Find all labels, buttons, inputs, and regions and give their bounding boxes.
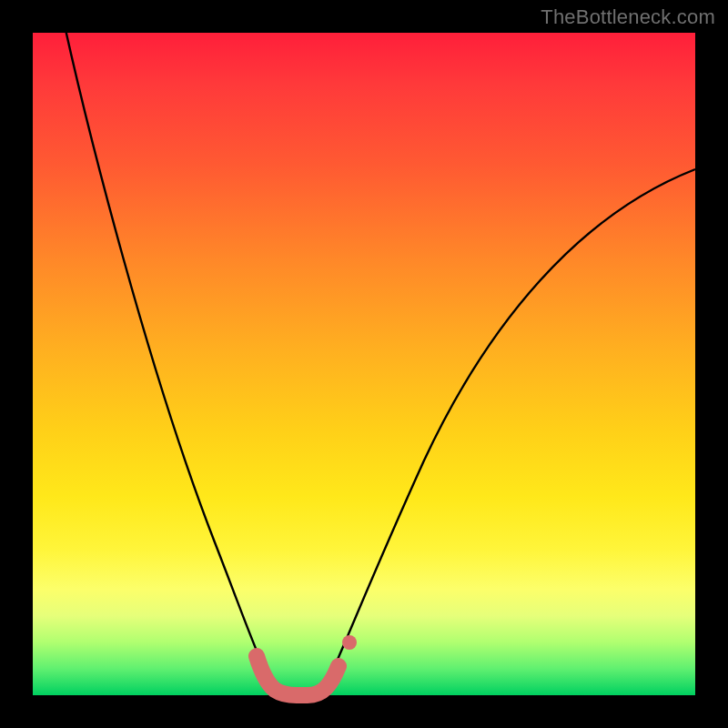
watermark-text: TheBottleneck.com [541,5,715,29]
trough-highlight [257,656,339,695]
chart-container: TheBottleneck.com [0,0,728,728]
marker-dot [342,635,357,650]
curve-path [58,0,695,693]
plot-area [33,33,695,695]
bottleneck-curve [33,33,695,695]
